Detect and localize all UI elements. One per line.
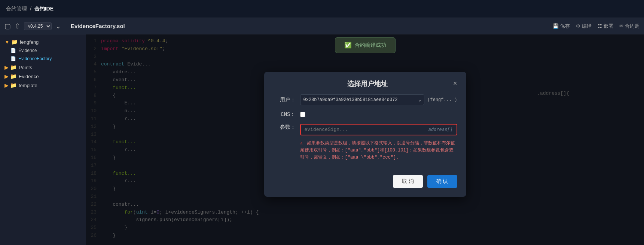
dropdown-arrow-icon: ⌄ [418, 97, 421, 102]
breadcrumb-parent[interactable]: 合约管理 [6, 6, 27, 12]
breadcrumb-current: 合约IDE [34, 6, 54, 12]
cancel-button[interactable]: 取 消 [393, 175, 423, 188]
dialog-header: 选择用户地址 × [264, 72, 466, 94]
sidebar-item-label: Evidence [18, 48, 37, 53]
toolbar: ▢ ⇧ v0.4.25 ⌄ EvidenceFactory.sol 💾 保存 ⚙… [0, 18, 644, 34]
top-nav: 合约管理 / 合约IDE [0, 0, 644, 18]
sidebar-folder-evidence[interactable]: ▶ 📁 Evidence [0, 72, 86, 81]
breadcrumb-sep: / [30, 6, 31, 12]
sidebar-folder-points[interactable]: ▶ 📁 Points [0, 63, 86, 72]
toolbar-right: 💾 保存 ⚙ 编译 ☷ 部署 ✉ 合约调 [553, 23, 640, 30]
dialog: 选择用户地址 × 用户： 0x28b7a9da9f3a92e139b58181a… [264, 72, 466, 197]
dialog-footer: 取 消 确 认 [264, 175, 466, 197]
param-label: 参数： [273, 124, 296, 131]
dialog-close-button[interactable]: × [453, 80, 457, 88]
folder-icon: ▶ 📁 [4, 64, 16, 70]
sidebar-folder-fengfeng[interactable]: ▼ 📁 fengfeng [0, 37, 86, 46]
version-select[interactable]: v0.4.25 [24, 22, 52, 30]
confirm-button[interactable]: 确 认 [427, 175, 457, 188]
param-input-1[interactable] [305, 127, 425, 132]
dialog-param-row: 参数： address[] [273, 124, 457, 135]
contract-call-button[interactable]: ✉ 合约调 [619, 23, 640, 30]
sidebar-item-evidencefactory[interactable]: 📄 EvidenceFactory [0, 55, 86, 63]
upload-icon[interactable]: ⇧ [15, 22, 20, 30]
sidebar-folder-template[interactable]: ▶ 📁 template [0, 81, 86, 90]
user-select-wrapper: 0x28b7a9da9f3a92e139b58181aee04d072 ⌄ (f… [300, 94, 457, 105]
cns-label: CNS： [273, 111, 296, 118]
warning-box: ⚠ 如果参数类型是数组，请按照以下格式输入，以逗号分隔，非数值和布尔值须使用双引… [273, 140, 457, 162]
toast-message: 合约编译成功 [355, 42, 386, 49]
dialog-body: 用户： 0x28b7a9da9f3a92e139b58181aee04d072 … [264, 94, 466, 175]
user-address-value: 0x28b7a9da9f3a92e139b58181aee04d072 [303, 97, 398, 102]
folder-icon: ▶ 📁 [4, 73, 16, 79]
sidebar-folder-label: Evidence [19, 74, 39, 79]
toast: ✅ 合约编译成功 [335, 37, 396, 53]
user-address-select[interactable]: 0x28b7a9da9f3a92e139b58181aee04d072 ⌄ [300, 94, 425, 105]
warning-icon: ⚠ [300, 141, 303, 146]
sidebar-item-evidence[interactable]: 📄 Evidence [0, 46, 86, 55]
save-icon: 💾 [553, 23, 559, 29]
dialog-title: 选择用户地址 [282, 79, 453, 88]
breadcrumb: 合约管理 / 合约IDE [6, 6, 54, 12]
folder-icon: ▼ 📁 [4, 39, 18, 45]
compile-icon: ⚙ [576, 23, 580, 29]
new-file-icon[interactable]: ▢ [4, 22, 11, 30]
chevron-down-icon[interactable]: ⌄ [55, 22, 61, 30]
compile-button[interactable]: ⚙ 编译 [576, 23, 592, 30]
toolbar-icon-group: ▢ ⇧ [4, 22, 20, 30]
folder-icon: ▶ 📁 [4, 82, 16, 88]
main-area: ▼ 📁 fengfeng 📄 Evidence 📄 EvidenceFactor… [0, 34, 644, 245]
sidebar-folder-label: Points [19, 65, 32, 70]
toast-success-icon: ✅ [344, 42, 352, 49]
editor-area[interactable]: 1 pragma solidity ^0.4.4; 2 import "Evid… [86, 34, 644, 245]
warning-text: 如果参数类型是数组，请按照以下格式输入，以逗号分隔，非数值和布尔值须使用双引号，… [300, 141, 455, 160]
save-button[interactable]: 💾 保存 [553, 23, 570, 30]
param-input-wrapper: address[] [300, 124, 457, 135]
cns-checkbox[interactable] [300, 112, 305, 117]
contract-icon: ✉ [619, 23, 623, 29]
user-label: 用户： [273, 97, 296, 103]
sidebar-item-label: EvidenceFactory [18, 56, 52, 61]
file-icon-teal: 📄 [10, 56, 16, 61]
overlay: 选择用户地址 × 用户： 0x28b7a9da9f3a92e139b58181a… [86, 34, 644, 245]
deploy-icon: ☷ [598, 23, 602, 29]
deploy-button[interactable]: ☷ 部署 [598, 23, 613, 30]
dialog-cns-row: CNS： [273, 111, 457, 118]
dialog-user-row: 用户： 0x28b7a9da9f3a92e139b58181aee04d072 … [273, 94, 457, 105]
file-icon: 📄 [10, 48, 16, 53]
sidebar: ▼ 📁 fengfeng 📄 Evidence 📄 EvidenceFactor… [0, 34, 86, 245]
file-title: EvidenceFactory.sol [71, 23, 549, 29]
sidebar-folder-label: template [19, 83, 37, 88]
param-hint: address[] [428, 127, 453, 132]
sidebar-folder-label: fengfeng [20, 39, 39, 45]
user-alias: (fengf... ) [427, 97, 457, 102]
